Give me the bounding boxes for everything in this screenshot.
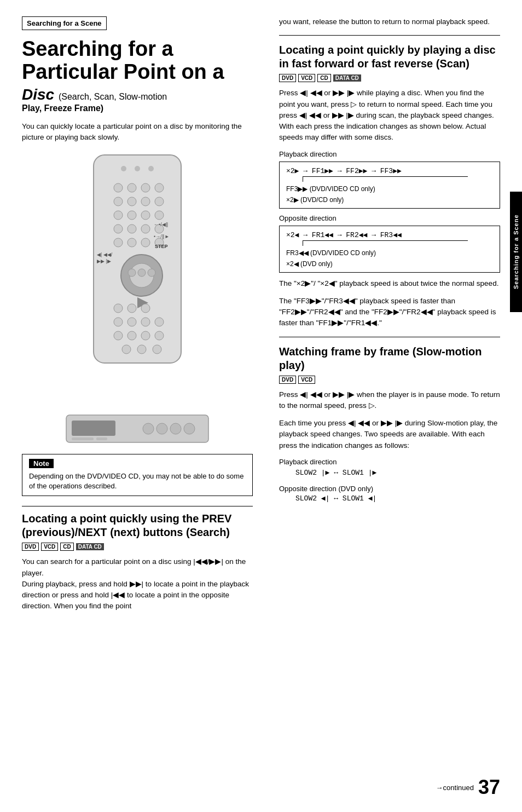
svg-point-8 <box>114 197 123 206</box>
playback-note-1: FF3▶▶ (DVD/VIDEO CD only) <box>286 185 493 193</box>
badge2-vcd: VCD <box>298 74 315 82</box>
svg-point-34 <box>114 304 123 313</box>
svg-point-15 <box>155 211 164 220</box>
opposite-direction-label: Opposite direction <box>279 214 500 222</box>
svg-point-9 <box>127 197 136 206</box>
section-divider-1 <box>279 35 500 36</box>
dvd-player-svg <box>61 412 214 445</box>
slow-playback-label: Playback direction <box>279 458 500 466</box>
right-column: you want, release the button to return t… <box>268 0 522 812</box>
svg-point-35 <box>127 304 136 313</box>
svg-point-41 <box>114 331 123 340</box>
badge3-dvd: DVD <box>279 376 296 384</box>
main-heading-line2: Particular Point on a <box>22 60 224 83</box>
svg-point-30 <box>128 269 136 277</box>
sub-heading: Play, Freeze Frame) <box>22 103 253 113</box>
svg-text:▶▶ |▶: ▶▶ |▶ <box>97 258 111 264</box>
svg-point-6 <box>141 183 150 192</box>
svg-point-13 <box>127 211 136 220</box>
svg-point-53 <box>170 423 181 434</box>
right-top-text: you want, release the button to return t… <box>279 16 500 27</box>
section3-badges: DVD VCD <box>279 376 315 384</box>
svg-point-44 <box>155 331 164 340</box>
svg-point-52 <box>156 423 167 434</box>
badge2-cd: CD <box>317 74 330 82</box>
reverse-scan-row: ×2◀ → FR1◀◀ → FR2◀◀ → FR3◀◀ <box>286 231 493 239</box>
badge-dvd: DVD <box>22 543 39 551</box>
svg-point-37 <box>114 318 123 326</box>
side-tab: Searching for a Scene <box>510 192 522 312</box>
section2-header-text: Locating a point quickly by playing a di… <box>279 44 496 70</box>
section1-body: You can search for a particular point on… <box>22 556 253 612</box>
section-label: Searching for a Scene <box>22 16 107 30</box>
section3-header: Watching frame by frame (Slow-motion pla… <box>279 345 500 372</box>
section-divider-2 <box>279 337 500 337</box>
remote-svg: •→/‖► ←•/◀‖ ◀| ◀◀/ ▶▶ |▶ <box>61 149 214 412</box>
section1-badges: DVD VCD CD DATA CD <box>22 543 104 551</box>
body-text-1: You can quickly locate a particular poin… <box>22 121 253 143</box>
disc-label: Disc <box>22 86 54 103</box>
svg-point-2 <box>135 166 140 171</box>
svg-point-46 <box>137 345 146 354</box>
svg-rect-50 <box>72 421 115 436</box>
svg-point-39 <box>141 318 150 326</box>
section3-header-text: Watching frame by frame (Slow-motion pla… <box>279 345 482 371</box>
svg-text:←•/◀‖: ←•/◀‖ <box>154 222 169 227</box>
slow-opposite-label: Opposite direction (DVD only) <box>279 485 500 493</box>
svg-text:•→/‖►: •→/‖► <box>154 234 170 239</box>
svg-point-20 <box>114 238 123 247</box>
section3-body-1: Press ◀| ◀◀ or ▶▶ |▶ when the player is … <box>279 389 500 412</box>
playback-note-2: ×2▶ (DVD/CD only) <box>286 196 493 204</box>
left-column: Searching for a Scene Searching for a Pa… <box>0 0 268 812</box>
reverse-note-2: ×2◀ (DVD only) <box>286 260 493 268</box>
svg-point-10 <box>141 197 150 206</box>
badge3-vcd: VCD <box>298 376 315 384</box>
section2-body: Press ◀| ◀◀ or ▶▶ |▶ while playing a dis… <box>279 88 500 143</box>
svg-point-32 <box>148 269 155 277</box>
forward-scan-row: ×2▶ → FF1▶▶ → FF2▶▶ → FF3▶▶ <box>286 166 493 175</box>
page-bottom: →continued 37 <box>436 776 500 799</box>
speed-note-1: The "×2▶"/ "×2◀" playback speed is about… <box>279 278 500 289</box>
svg-point-5 <box>127 183 136 192</box>
note-text: Depending on the DVD/VIDEO CD, you may n… <box>29 471 246 491</box>
badge-cd: CD <box>60 543 73 551</box>
svg-point-16 <box>114 224 123 233</box>
speed-note-2: The "FF3▶▶"/"FR3◀◀" playback speed is fa… <box>279 296 500 329</box>
section3-body-2: Each time you press ◀| ◀◀ or ▶▶ |▶ durin… <box>279 418 500 451</box>
main-heading: Searching for a Particular Point on a <box>22 38 253 84</box>
forward-scan-diagram: ×2▶ → FF1▶▶ → FF2▶▶ → FF3▶▶ FF3▶▶ (DVD/V… <box>279 162 500 209</box>
svg-rect-56 <box>96 437 107 440</box>
page-number: 37 <box>478 776 500 799</box>
badge-vcd: VCD <box>41 543 58 551</box>
svg-rect-55 <box>72 437 94 440</box>
disc-heading: Disc (Search, Scan, Slow-motion <box>22 86 253 103</box>
note-title: Note <box>29 459 54 468</box>
svg-point-38 <box>127 318 136 326</box>
svg-point-4 <box>114 183 123 192</box>
svg-point-3 <box>148 166 154 171</box>
main-heading-line1: Searching for a <box>22 37 173 60</box>
note-box: Note Depending on the DVD/VIDEO CD, you … <box>22 454 253 496</box>
svg-point-43 <box>141 331 150 340</box>
svg-point-12 <box>114 211 123 220</box>
section2-header: Locating a point quickly by playing a di… <box>279 43 500 71</box>
svg-point-7 <box>155 183 164 192</box>
reverse-note-1: FR3◀◀ (DVD/VIDEO CD only) <box>286 249 493 257</box>
svg-point-17 <box>127 224 136 233</box>
svg-point-40 <box>155 318 164 326</box>
svg-point-21 <box>127 238 136 247</box>
svg-point-51 <box>143 423 154 434</box>
forward-scan-text: ×2▶ → FF1▶▶ → FF2▶▶ → FF3▶▶ <box>286 166 402 175</box>
svg-point-54 <box>184 423 195 434</box>
section1-header-text: Locating a point quickly using the PREV … <box>22 512 231 538</box>
badge2-dvd: DVD <box>279 74 296 82</box>
svg-point-36 <box>141 304 150 313</box>
svg-text:◀| ◀◀/: ◀| ◀◀/ <box>97 252 113 257</box>
badge2-data-cd: DATA CD <box>333 74 361 82</box>
badge-data-cd: DATA CD <box>76 543 104 550</box>
svg-point-47 <box>153 345 161 354</box>
svg-point-18 <box>141 224 150 233</box>
playback-direction-label: Playback direction <box>279 150 500 158</box>
slow-reverse: SLOW2 ◀| ↔ SLOW1 ◀| <box>295 494 500 503</box>
remote-illustration: •→/‖► ←•/◀‖ ◀| ◀◀/ ▶▶ |▶ <box>22 149 253 445</box>
